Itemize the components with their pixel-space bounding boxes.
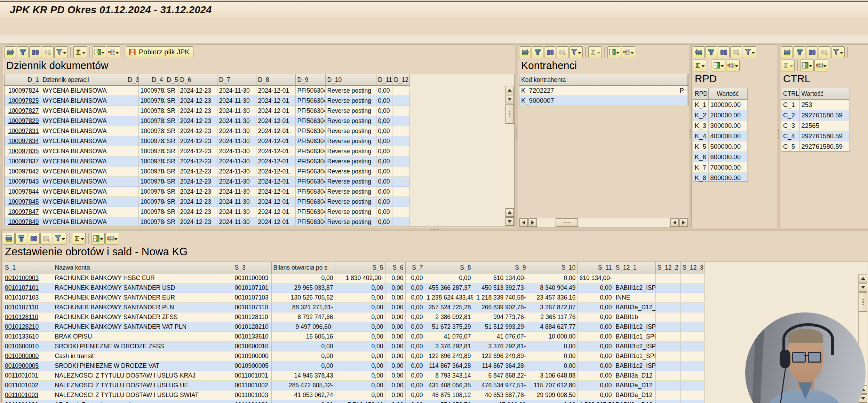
cell[interactable]: [392, 197, 409, 207]
column-header[interactable]: Wartość: [708, 88, 747, 100]
cell[interactable]: 2024-12-01: [256, 146, 295, 156]
cell[interactable]: 0011001030: [233, 400, 271, 403]
cell[interactable]: 2024-12-01: [256, 197, 295, 207]
table-row[interactable]: K_1100000.00: [693, 100, 747, 110]
cell[interactable]: PFI506304: [295, 126, 325, 136]
find-button[interactable]: [28, 233, 40, 245]
cell[interactable]: WYCENA BILANSOWA: [41, 187, 126, 197]
cell[interactable]: WYCENA BILANSOWA: [41, 197, 126, 207]
column-header[interactable]: RPD: [693, 88, 708, 100]
cell[interactable]: 2024-11-30: [217, 207, 256, 217]
sum-button[interactable]: Σ: [588, 46, 602, 58]
link-cell[interactable]: 100097847: [5, 207, 41, 217]
cell[interactable]: 0,00: [335, 283, 385, 293]
cell[interactable]: 285 472 605,32-: [271, 381, 335, 390]
table-row[interactable]: K_6600000.00: [693, 152, 747, 162]
column-header[interactable]: S_7: [405, 262, 425, 273]
cell[interactable]: 0,00: [376, 177, 392, 187]
chevron-down-icon[interactable]: [631, 48, 634, 57]
cell[interactable]: K_1: [693, 100, 708, 110]
cell[interactable]: [680, 303, 704, 312]
cell[interactable]: 0,00: [376, 217, 392, 226]
cell[interactable]: WYCENA BILANSOWA: [41, 217, 126, 226]
cell[interactable]: 0,00: [376, 187, 392, 197]
cell[interactable]: 2024-11-30: [217, 136, 256, 146]
cell[interactable]: [680, 351, 704, 361]
cell[interactable]: 0,00: [385, 312, 405, 322]
scroll-up-button[interactable]: [859, 274, 867, 282]
cell[interactable]: 4 884 627,77: [528, 322, 578, 332]
cell[interactable]: 2024-12-23: [178, 106, 217, 116]
cell[interactable]: 2024-12-01: [256, 116, 295, 126]
link-cell[interactable]: 0010900005: [3, 361, 53, 371]
cell[interactable]: 2024-12-01: [256, 187, 295, 197]
cell[interactable]: 0,00: [335, 381, 385, 390]
cell[interactable]: 0,00: [335, 322, 385, 332]
cell[interactable]: 2024-12-23: [178, 136, 217, 146]
cell[interactable]: BABII3a_D12: [614, 390, 655, 400]
chevron-down-icon[interactable]: [116, 48, 119, 57]
cell[interactable]: 0,00: [405, 342, 425, 351]
cell[interactable]: 29 909 008,50: [528, 390, 578, 400]
cell[interactable]: K_7202227: [519, 86, 678, 96]
cell[interactable]: 0,00: [335, 342, 385, 351]
table-button[interactable]: [107, 46, 120, 58]
cell[interactable]: 88 321 271,61-: [271, 303, 335, 312]
column-header[interactable]: Wartość: [799, 88, 849, 100]
cell[interactable]: 2024-11-30: [217, 177, 256, 187]
cell[interactable]: 800000.00: [708, 173, 747, 182]
cell[interactable]: 8 792 747,66: [271, 312, 335, 322]
cell[interactable]: [126, 146, 138, 156]
cell[interactable]: 22565: [799, 121, 849, 131]
cell[interactable]: 1 238 624 433,49: [425, 293, 473, 303]
cell[interactable]: [126, 86, 138, 96]
column-header[interactable]: S_12_1: [614, 262, 655, 273]
cell[interactable]: BRAK OPISU: [53, 332, 233, 342]
cell[interactable]: 0,00: [405, 371, 425, 381]
table-row[interactable]: K_9000007: [519, 96, 687, 106]
cell[interactable]: [392, 116, 409, 126]
row-link[interactable]: 100097849: [8, 218, 39, 225]
cell[interactable]: RACHUNEK BANKOWY SANTANDER USD: [53, 283, 233, 293]
cell[interactable]: 0010900000: [233, 351, 271, 361]
cell[interactable]: [126, 156, 138, 166]
filter-button[interactable]: [54, 46, 68, 58]
filter-button[interactable]: [53, 233, 66, 245]
cell[interactable]: 0011001003: [233, 390, 271, 400]
row-link[interactable]: 100097842: [8, 168, 39, 175]
table-row[interactable]: C_1253: [781, 100, 849, 110]
export-button[interactable]: [712, 60, 725, 71]
cell[interactable]: WYCENA BILANSOWA: [41, 136, 126, 146]
chevron-down-icon[interactable]: [702, 61, 705, 70]
sort-button[interactable]: [532, 46, 543, 58]
cell[interactable]: [655, 293, 680, 303]
cell[interactable]: [655, 312, 680, 322]
cell[interactable]: K_2: [693, 110, 708, 121]
row-link[interactable]: 100097825: [8, 97, 39, 104]
cell[interactable]: PFI506304: [295, 106, 325, 116]
cell[interactable]: 0,00: [376, 136, 392, 146]
row-link[interactable]: 100097847: [8, 208, 39, 215]
chevron-down-icon[interactable]: [82, 48, 86, 57]
column-header[interactable]: S_1: [3, 262, 53, 273]
cell[interactable]: 67 066,60: [473, 400, 528, 403]
sort-button[interactable]: [17, 46, 29, 58]
table-row[interactable]: 0010128110RACHUNEK BANKOWY SANTANDER ZFS…: [3, 312, 704, 322]
cell[interactable]: Reverse posting: [325, 96, 376, 106]
cell[interactable]: 0,00: [271, 351, 335, 361]
column-header[interactable]: D_6: [178, 74, 217, 86]
scroll-up-button[interactable]: [505, 208, 514, 217]
column-header[interactable]: D_1: [5, 74, 41, 86]
cell[interactable]: 115 707 612,80: [528, 381, 578, 390]
column-header[interactable]: S_8: [425, 262, 473, 273]
cell[interactable]: [392, 86, 409, 96]
cell[interactable]: 0,00: [376, 116, 392, 126]
splitter-vertical[interactable]: [689, 44, 691, 228]
cell[interactable]: 0,00: [335, 361, 385, 371]
print-button[interactable]: [3, 233, 15, 245]
cell[interactable]: 0,00: [578, 361, 614, 371]
cell[interactable]: 100097842: [138, 166, 165, 177]
cell[interactable]: SR: [165, 106, 178, 116]
export-button[interactable]: [93, 46, 106, 58]
cell[interactable]: [655, 303, 680, 312]
